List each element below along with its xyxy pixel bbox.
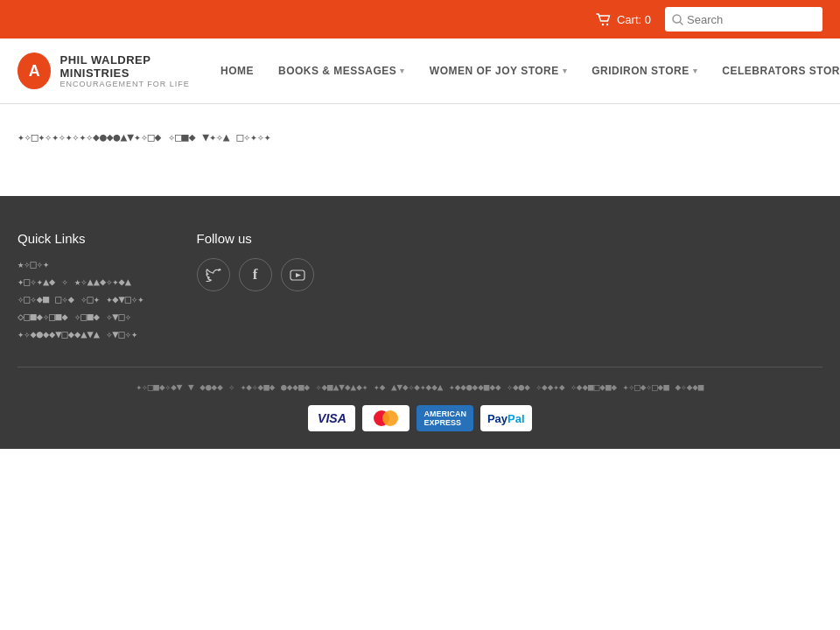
footer-quick-links-col: Quick Links ★✧□✧✦ ✦□✧✦▲◆ ✧ ★✧▲▲◆✧✦◆▲ ✧□✧… bbox=[18, 231, 144, 340]
main-nav: HOME BOOKS & MESSAGES ▾ WOMEN OF JOY STO… bbox=[210, 58, 840, 84]
list-item[interactable]: ★✧□✧✦ bbox=[18, 258, 144, 270]
follow-us-heading: Follow us bbox=[197, 231, 314, 246]
chevron-down-icon: ▾ bbox=[400, 66, 405, 75]
site-header: A PHIL WALDREP MINISTRIES ENCOURAGEMENT … bbox=[0, 38, 840, 104]
youtube-icon[interactable] bbox=[281, 258, 314, 291]
facebook-icon[interactable]: f bbox=[239, 258, 272, 291]
page-content-text: ✦✧□✦✧✦✧✦✧✦✧◆●◆●▲▼✦✧□◆ ✧□■◆ ▼✦✧▲ □✧✦✧✦ bbox=[18, 130, 822, 144]
footer-follow-col: Follow us f bbox=[197, 231, 314, 340]
mastercard-payment-icon bbox=[362, 405, 410, 431]
nav-gridiron-store[interactable]: GRIDIRON STORE ▾ bbox=[581, 58, 708, 84]
search-form[interactable] bbox=[665, 7, 822, 32]
quick-links-heading: Quick Links bbox=[18, 231, 144, 246]
copyright-text: ✦✧□■◆✧◆▼ ▼ ◆●◆◆ ✧ ✦◆✧◆■◆ ●◆◆■◆ ✧◆■▲▼◆▲◆✦… bbox=[136, 382, 704, 393]
list-item[interactable]: ✦✧◆●◆◆▼□◆◆▲▼▲ ✧▼□✧✦ bbox=[18, 328, 144, 340]
svg-point-1 bbox=[606, 23, 608, 24]
search-icon bbox=[672, 14, 683, 25]
payment-icons: VISA AMERICANEXPRESS PayPal bbox=[308, 405, 531, 431]
footer-top: Quick Links ★✧□✧✦ ✦□✧✦▲◆ ✧ ★✧▲▲◆✧✦◆▲ ✧□✧… bbox=[18, 231, 822, 340]
list-item[interactable]: ✧□✧◆■ □✧◆ ✧□✦ ✦◆▼□✧✦ bbox=[18, 293, 144, 305]
paypal-payment-icon: PayPal bbox=[480, 405, 532, 431]
svg-marker-5 bbox=[296, 273, 301, 277]
cart-label: Cart: 0 bbox=[617, 13, 651, 26]
site-footer: Quick Links ★✧□✧✦ ✦□✧✦▲◆ ✧ ★✧▲▲◆✧✦◆▲ ✧□✧… bbox=[0, 196, 840, 449]
main-content: ✦✧□✦✧✦✧✦✧✦✧◆●◆●▲▼✦✧□◆ ✧□■◆ ▼✦✧▲ □✧✦✧✦ bbox=[0, 104, 840, 196]
top-bar: Cart: 0 bbox=[0, 0, 840, 38]
svg-line-3 bbox=[680, 22, 682, 24]
quick-links-list: ★✧□✧✦ ✦□✧✦▲◆ ✧ ★✧▲▲◆✧✦◆▲ ✧□✧◆■ □✧◆ ✧□✦ ✦… bbox=[18, 258, 144, 340]
nav-books-messages[interactable]: BOOKS & MESSAGES ▾ bbox=[268, 58, 416, 84]
list-item[interactable]: ◇□■◆✧□■◆ ✧□■◆ ✧▼□✧ bbox=[18, 311, 144, 323]
nav-home[interactable]: HOME bbox=[210, 58, 264, 84]
svg-point-0 bbox=[602, 23, 604, 24]
nav-celebrators-store[interactable]: CELEBRATORS STORE bbox=[711, 58, 840, 84]
nav-women-of-joy[interactable]: WOMEN OF JOY STORE ▾ bbox=[419, 58, 578, 84]
logo-subtitle: ENCOURAGEMENT FOR LIFE bbox=[60, 80, 210, 88]
chevron-down-icon: ▾ bbox=[693, 66, 698, 75]
chevron-down-icon: ▾ bbox=[563, 66, 568, 75]
footer-bottom: ✦✧□■◆✧◆▼ ▼ ◆●◆◆ ✧ ✦◆✧◆■◆ ●◆◆■◆ ✧◆■▲▼◆▲◆✦… bbox=[18, 367, 822, 431]
list-item[interactable]: ✦□✧✦▲◆ ✧ ★✧▲▲◆✧✦◆▲ bbox=[18, 276, 144, 288]
cart-icon bbox=[596, 13, 612, 26]
visa-payment-icon: VISA bbox=[308, 405, 355, 431]
twitter-icon[interactable] bbox=[197, 258, 230, 291]
amex-payment-icon: AMERICANEXPRESS bbox=[416, 405, 473, 431]
logo-icon: A bbox=[18, 52, 51, 89]
cart-area[interactable]: Cart: 0 bbox=[596, 13, 651, 26]
logo-text: PHIL WALDREP MINISTRIES ENCOURAGEMENT FO… bbox=[60, 53, 210, 88]
social-icons: f bbox=[197, 258, 314, 291]
logo-title: PHIL WALDREP MINISTRIES bbox=[60, 53, 210, 80]
search-input[interactable] bbox=[687, 13, 816, 26]
logo[interactable]: A PHIL WALDREP MINISTRIES ENCOURAGEMENT … bbox=[18, 52, 210, 89]
